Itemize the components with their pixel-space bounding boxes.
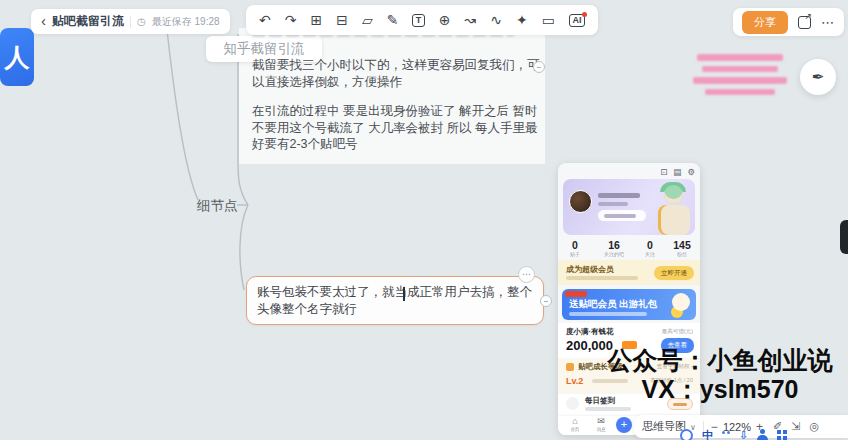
main-toolbar: ↶ ↷ ⊞ ⊟ ▱ ✎ T ⊕ ↝ ∿ ✦ ▭ AI	[246, 5, 598, 35]
download-icon[interactable]: ⇩	[739, 429, 748, 440]
level-icon	[566, 363, 574, 371]
whiteboard-canvas[interactable]: 人 知乎截留引流 截留要找三个小时以下的，这样更容易回复我们，可以直接选择倒叙，…	[0, 0, 848, 440]
pen-icon: ✒	[812, 68, 825, 86]
phone-top-icons: ⊡ ▤ ⚙	[660, 167, 695, 177]
format-brush-icon[interactable]: ✎	[387, 13, 399, 27]
nav-home-label: 首页	[565, 426, 585, 431]
export-icon[interactable]: ↗	[798, 16, 811, 29]
stat-label: 关注的吧	[594, 251, 634, 257]
app-grid-icon[interactable]	[777, 430, 787, 440]
mascot-body	[658, 205, 690, 235]
stat-label: 贴子	[560, 251, 591, 257]
node-more-button[interactable]: ⋯	[518, 266, 535, 283]
os-taskbar: 中 ⇩	[680, 429, 787, 440]
sticker-glyph: 人	[5, 41, 30, 74]
frame-icon[interactable]: ▭	[542, 13, 555, 27]
tray-dots-icon	[722, 431, 730, 434]
username-blurred	[598, 193, 640, 198]
settings-icon: ⚙	[687, 167, 695, 177]
share-button[interactable]: 分享	[742, 11, 788, 34]
nav-message: ✉ 消息	[590, 417, 612, 432]
user-sub-blurred	[598, 202, 628, 206]
banner-sub-blurred	[569, 312, 647, 316]
stat-value: 0	[558, 239, 592, 251]
selected-note-node[interactable]: 账号包装不要太过了，就当成正常用户去搞，整个头像整个名字就行	[246, 276, 544, 325]
banner-brand-tag	[565, 291, 587, 297]
banner-title: 送贴吧会员 出游礼包	[569, 298, 657, 311]
text-caret	[403, 287, 405, 301]
node-collapse-handle[interactable]	[540, 295, 552, 307]
note-node-1[interactable]: 截留要找三个小时以下的，这样更容易回复我们，可以直接选择倒叙，方便操作	[252, 57, 544, 90]
back-icon[interactable]: ‹	[41, 12, 46, 29]
member-action-button: 立即开通	[654, 266, 694, 280]
add-sibling-topic-icon[interactable]: ⊞	[310, 13, 322, 27]
watermark-line-1: 公众号：小鱼创业说	[585, 345, 848, 375]
scan-icon: ⊡	[660, 167, 667, 177]
laser-pointer-icon[interactable]: ✦	[516, 13, 528, 27]
document-header: ‹ 贴吧截留引流 ◷ 最近保存 19:28	[31, 9, 230, 34]
message-icon: ✉	[590, 417, 612, 426]
nav-post-fab: +	[616, 417, 632, 433]
branch-node-detail[interactable]: 细节点	[197, 197, 238, 215]
member-sub-blurred	[566, 276, 638, 280]
fit-screen-icon[interactable]: ⇲	[791, 420, 800, 433]
member-title: 成为超级会员	[566, 264, 614, 275]
relation-icon[interactable]: ↝	[465, 13, 477, 27]
root-topic-label: 知乎截留引流	[224, 40, 305, 58]
divider	[130, 16, 131, 28]
stat-value: 145	[664, 239, 700, 251]
canvas-sticker[interactable]: 人	[0, 28, 34, 86]
connector-icon[interactable]: ∿	[490, 13, 502, 27]
ad-banner: 送贴吧会员 出游礼包	[562, 289, 696, 320]
task-icon	[566, 397, 579, 410]
profile-stats: 0贴子 16关注的吧 0关注 145粉丝	[558, 239, 700, 258]
export-arrow-glyph: ↗	[804, 11, 812, 21]
banner-mascot	[672, 293, 690, 311]
contacts-icon[interactable]	[757, 429, 768, 440]
pen-tool-fab[interactable]: ✒	[800, 59, 836, 95]
add-child-topic-icon[interactable]: ⊟	[336, 13, 348, 27]
mascot-head	[664, 185, 683, 204]
account-watermark	[688, 54, 792, 95]
profile-card	[563, 179, 695, 235]
avatar	[569, 190, 592, 213]
card-icon: ▤	[673, 167, 681, 177]
locate-icon[interactable]: ◎	[809, 420, 819, 433]
stat-label: 关注	[637, 251, 662, 257]
undo-icon[interactable]: ↶	[259, 13, 271, 27]
redo-icon[interactable]: ↷	[285, 13, 297, 27]
autosave-icon: ◷	[137, 16, 146, 27]
nav-home: ⌂ 首页	[564, 417, 586, 432]
more-menu-icon[interactable]: ⋯	[821, 15, 835, 30]
node-collapse-handle[interactable]	[533, 61, 545, 73]
user-id-pill	[598, 210, 646, 221]
note-node-2[interactable]: 在引流的过程中 要是出现身份验证了 解开之后 暂时不要用这个号截流了 大几率会被…	[252, 103, 544, 153]
insert-icon[interactable]: ⊕	[439, 13, 451, 27]
share-group: 分享 ↗ ⋯	[733, 8, 844, 36]
save-status: 最近保存 19:28	[152, 15, 220, 29]
shape-icon[interactable]: ▱	[362, 13, 373, 27]
stat-label: 粉丝	[666, 251, 698, 257]
ai-icon[interactable]: AI	[569, 14, 585, 27]
stat-value: 16	[592, 239, 636, 251]
recorder-icon[interactable]	[680, 429, 693, 440]
home-icon: ⌂	[564, 417, 586, 426]
loan-note: 最高可借(元)	[662, 328, 693, 335]
nav-message-label: 消息	[591, 426, 611, 431]
level-badge: Lv.2	[566, 376, 583, 386]
member-band: 成为超级会员 立即开通	[558, 260, 700, 285]
watermark-line-2: VX：yslm570	[585, 375, 848, 404]
side-panel-handle[interactable]	[840, 220, 848, 254]
author-watermark: 公众号：小鱼创业说 VX：yslm570	[585, 345, 848, 404]
text-icon[interactable]: T	[412, 14, 425, 27]
loan-name: 度小满·有钱花	[566, 327, 614, 337]
task-sub-blurred	[585, 407, 631, 411]
document-title: 贴吧截留引流	[52, 13, 124, 30]
input-method-icon[interactable]: 中	[702, 429, 713, 440]
stat-value: 0	[636, 239, 664, 251]
